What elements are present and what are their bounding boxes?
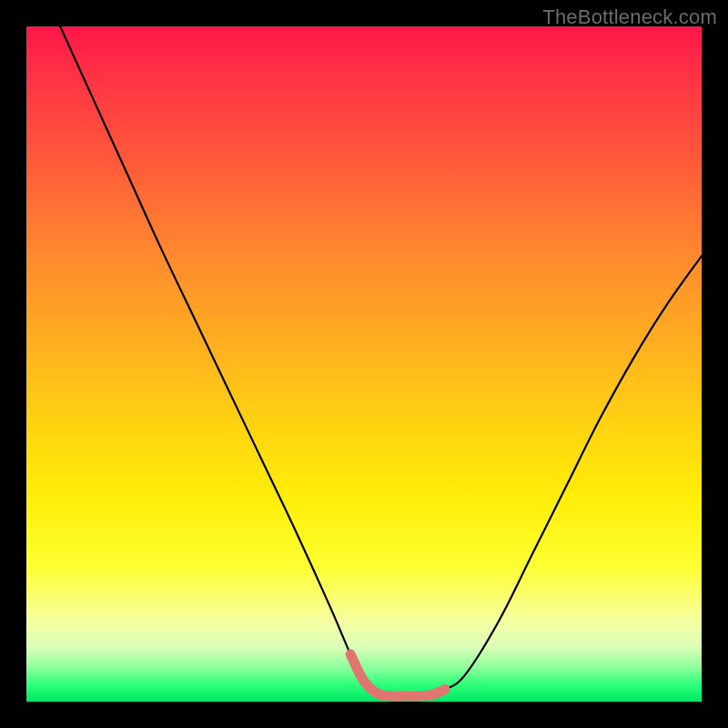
plot-area	[26, 26, 702, 702]
bottleneck-curve-line	[60, 26, 702, 696]
bottleneck-curve-svg	[26, 26, 702, 702]
watermark-text: TheBottleneck.com	[542, 5, 717, 29]
chart-frame: TheBottleneck.com	[0, 0, 728, 728]
optimal-band-line	[350, 654, 445, 696]
